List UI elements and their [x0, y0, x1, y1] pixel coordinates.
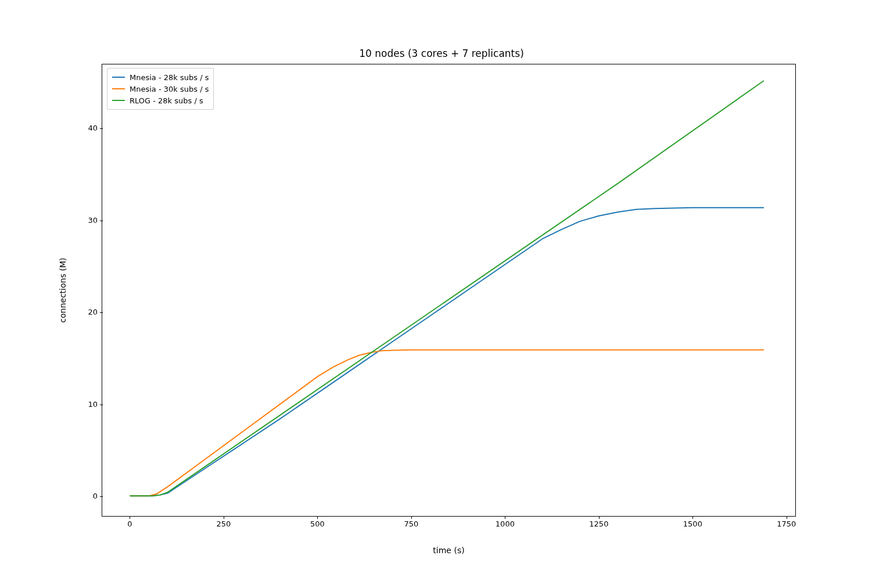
legend-item: Mnesia - 30k subs / s — [112, 83, 209, 95]
legend-swatch — [112, 77, 125, 78]
x-tick-label: 1750 — [769, 520, 804, 528]
x-tick-label: 1500 — [675, 520, 710, 528]
legend-swatch — [112, 88, 125, 89]
legend: Mnesia - 28k subs / s Mnesia - 30k subs … — [107, 68, 214, 110]
y-tick-label: 30 — [74, 216, 98, 225]
legend-item: RLOG - 28k subs / s — [112, 95, 209, 106]
x-axis-label: time (s) — [102, 546, 796, 555]
y-axis-label: connections (M) — [58, 64, 70, 517]
legend-swatch — [112, 100, 125, 101]
legend-label: Mnesia - 30k subs / s — [130, 85, 209, 93]
legend-label: Mnesia - 28k subs / s — [130, 73, 209, 82]
chart-lines — [102, 64, 795, 516]
x-tick-label: 250 — [206, 520, 241, 528]
plot-area — [102, 64, 796, 517]
legend-item: Mnesia - 28k subs / s — [112, 71, 209, 83]
y-tick-label: 40 — [74, 124, 98, 132]
x-tick-label: 0 — [112, 520, 147, 528]
x-tick-label: 1000 — [487, 520, 522, 528]
chart-title: 10 nodes (3 cores + 7 replicants) — [0, 48, 883, 59]
legend-label: RLOG - 28k subs / s — [130, 96, 203, 105]
chart-figure: 10 nodes (3 cores + 7 replicants) 0 250 … — [0, 0, 883, 588]
y-tick-label: 0 — [74, 492, 98, 500]
y-tick-label: 10 — [74, 400, 98, 409]
y-tick-label: 20 — [74, 308, 98, 316]
x-tick-label: 750 — [394, 520, 429, 528]
x-tick-label: 500 — [300, 520, 335, 528]
x-tick-label: 1250 — [582, 520, 616, 528]
